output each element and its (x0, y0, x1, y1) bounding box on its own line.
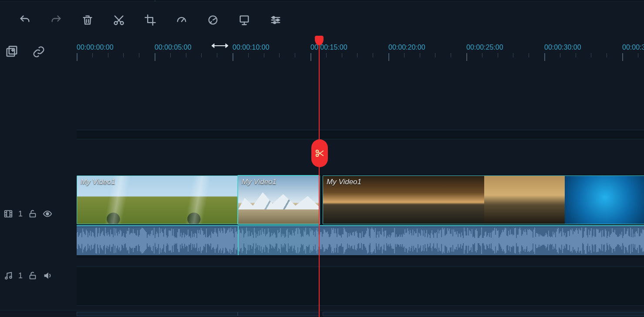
video-clip[interactable]: My Video1 (323, 175, 644, 224)
export-button[interactable] (237, 13, 252, 27)
redo-button[interactable] (49, 13, 64, 27)
range-arrow-icon (211, 42, 229, 49)
svg-point-5 (276, 19, 279, 21)
audio-track-index: 1 (18, 271, 23, 280)
clip-label: My Video1 (327, 178, 361, 186)
undo-button[interactable] (17, 13, 32, 27)
ruler-label: 00:00:3 (622, 44, 644, 51)
audio-track-header: 1 (3, 271, 52, 280)
video-track-index: 1 (18, 209, 23, 219)
timeline-ruler[interactable]: 00:00:00:0000:00:05:0000:00:10:0000:00:1… (77, 40, 644, 64)
audio-track[interactable] (77, 266, 644, 306)
music-icon (3, 271, 13, 280)
delete-button[interactable] (80, 13, 95, 27)
film-icon (3, 209, 13, 219)
ruler-label: 00:00:30:00 (544, 44, 581, 51)
svg-rect-3 (240, 16, 249, 22)
tracks-area: 1 1 My Video1My Video1My Video1 (0, 174, 644, 317)
svg-rect-16 (30, 275, 36, 279)
ruler-label: 00:00:10:00 (233, 44, 270, 51)
video-track-header: 1 (3, 209, 52, 219)
color-button[interactable] (206, 13, 220, 27)
video-clip[interactable]: My Video1 (238, 175, 320, 224)
audio-waveform[interactable] (77, 225, 644, 256)
add-track-button[interactable] (4, 44, 19, 59)
svg-point-15 (10, 276, 12, 278)
speed-button[interactable] (174, 13, 189, 27)
ruler-label: 00:00:20:00 (388, 44, 425, 51)
svg-point-6 (273, 21, 276, 24)
ruler-label: 00:00:05:00 (155, 44, 192, 51)
clip-label: My Video1 (81, 178, 115, 186)
crop-button[interactable] (143, 13, 158, 27)
unlock-icon[interactable] (28, 271, 37, 280)
video-clip[interactable]: My Video1 (77, 175, 238, 224)
ruler-label: 00:00:00:00 (77, 44, 114, 51)
playhead[interactable] (319, 36, 320, 317)
link-button[interactable] (31, 44, 46, 59)
track-header-column: 1 1 (0, 174, 77, 317)
toolbar (0, 8, 644, 32)
scissors-icon (315, 148, 324, 158)
bottom-strip (0, 310, 644, 317)
cut-button[interactable] (111, 13, 126, 27)
split-button[interactable] (311, 139, 328, 167)
svg-point-4 (273, 16, 275, 18)
svg-point-14 (5, 277, 7, 279)
volume-icon[interactable] (43, 271, 52, 280)
ruler-label: 00:00:15:00 (310, 44, 347, 51)
svg-rect-12 (30, 213, 36, 217)
svg-point-13 (46, 212, 49, 215)
ruler-label: 00:00:25:00 (466, 44, 503, 51)
unlock-icon[interactable] (28, 209, 37, 219)
eye-icon[interactable] (43, 209, 52, 219)
settings-button[interactable] (268, 13, 283, 27)
svg-rect-11 (5, 211, 12, 217)
track-top-strip (77, 130, 644, 139)
clip-label: My Video1 (242, 178, 276, 186)
